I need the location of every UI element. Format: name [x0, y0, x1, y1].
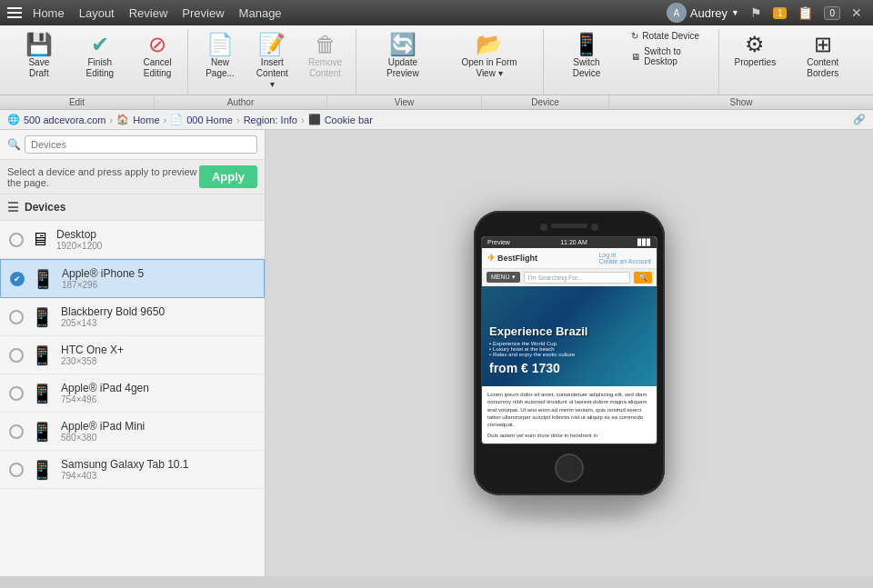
- preview-area: Preview 11:20 AM ▊▊▊ ✈ BestFlight Log in…: [266, 130, 873, 576]
- finish-editing-icon: ✔: [91, 34, 109, 55]
- menu-home[interactable]: Home: [33, 6, 65, 20]
- device-radio-ipad4[interactable]: [9, 386, 24, 401]
- save-draft-button[interactable]: 💾 Save Draft: [13, 29, 65, 84]
- rotate-device-icon: ↻: [631, 31, 638, 41]
- htc-res: 230×358: [61, 356, 124, 366]
- hero-price: from € 1730: [489, 361, 587, 375]
- bc-region[interactable]: Region: Info: [244, 115, 297, 125]
- apply-hint: Select a device and press apply to previ…: [7, 166, 199, 188]
- insert-content-button[interactable]: 📝 InsertContent ▾: [246, 29, 298, 95]
- blackberry-info: Blackberry Bold 9650 205×143: [61, 305, 165, 328]
- phone-shadow: [497, 503, 642, 522]
- menu-layout[interactable]: Layout: [79, 6, 115, 20]
- update-preview-icon: 🔄: [389, 34, 416, 55]
- remove-content-label: RemoveContent: [308, 57, 342, 79]
- open-form-view-label: Open in Form View ▾: [451, 57, 527, 79]
- finish-editing-button[interactable]: ✔ Finish Editing: [69, 29, 131, 84]
- desktop-name: Desktop: [56, 228, 102, 241]
- menu-review[interactable]: Review: [129, 6, 168, 20]
- device-item-htc[interactable]: 📱 HTC One X+ 230×358: [0, 336, 265, 374]
- device-item-blackberry[interactable]: 📱 Blackberry Bold 9650 205×143: [0, 298, 265, 336]
- ipadmini-icon: 📱: [31, 421, 54, 443]
- view-group-label: View: [327, 95, 482, 109]
- toolbar-labels-row: Edit Author View Device Show: [0, 95, 873, 109]
- new-page-icon: 📄: [206, 34, 234, 55]
- bc-page[interactable]: 000 Home: [186, 115, 233, 125]
- search-input[interactable]: [25, 135, 257, 154]
- bc-site[interactable]: 500 adcevora.com: [24, 115, 106, 125]
- site-body-text: Lorem ipsum dolor sit amet, consectetuer…: [482, 386, 657, 443]
- close-icon[interactable]: ✕: [848, 5, 866, 20]
- body-paragraph2: Duis autem vel eum iriure dolor in hendr…: [487, 432, 651, 439]
- user-badge[interactable]: A Audrey ▼: [667, 3, 739, 23]
- htc-icon: 📱: [31, 344, 54, 366]
- desktop-res: 1920×1200: [56, 241, 102, 251]
- bc-home[interactable]: Home: [133, 115, 159, 125]
- top-menu: Home Layout Review Preview Manage: [33, 6, 282, 20]
- samsung-res: 794×403: [61, 471, 189, 481]
- phone-status-bar: Preview 11:20 AM ▊▊▊: [482, 237, 657, 248]
- device-list: 🖥 Desktop 1920×1200 📱 Apple® iPhone 5 18…: [0, 221, 265, 489]
- filter-icon[interactable]: ⚑: [747, 5, 766, 20]
- toolbar-view-group: 🔄 Update Preview 📂 Open in Form View ▾: [358, 29, 543, 95]
- status-icons: ▊▊▊: [637, 239, 651, 246]
- insert-content-icon: 📝: [258, 34, 286, 55]
- cancel-editing-button[interactable]: ⊘ CancelEditing: [135, 29, 180, 84]
- device-item-desktop[interactable]: 🖥 Desktop 1920×1200: [0, 221, 265, 259]
- device-radio-samsung[interactable]: [9, 463, 24, 477]
- content-borders-button[interactable]: ⊞ Content Borders: [786, 29, 860, 84]
- filter-count: 1: [773, 7, 788, 19]
- device-side-buttons: ↻ Rotate Device 🖥 Switch to Desktop: [627, 29, 711, 68]
- show-group-label: Show: [609, 95, 873, 109]
- remove-content-button[interactable]: 🗑 RemoveContent: [302, 29, 349, 84]
- user-dropdown-icon[interactable]: ▼: [731, 8, 739, 17]
- hamburger-menu[interactable]: [7, 7, 22, 18]
- insert-content-label: InsertContent ▾: [255, 57, 290, 90]
- blackberry-res: 205×143: [61, 318, 165, 328]
- bc-cookie[interactable]: Cookie bar: [325, 115, 373, 125]
- htc-info: HTC One X+ 230×358: [61, 344, 124, 366]
- device-item-iphone5[interactable]: 📱 Apple® iPhone 5 187×296: [0, 259, 265, 298]
- samsung-name: Samsung Galaxy Tab 10.1: [61, 458, 189, 471]
- update-preview-button[interactable]: 🔄 Update Preview: [366, 29, 439, 84]
- apply-area: Select a device and press apply to previ…: [0, 160, 265, 194]
- device-item-samsung[interactable]: 📱 Samsung Galaxy Tab 10.1 794×403: [0, 451, 265, 489]
- device-item-ipadmini[interactable]: 📱 Apple® iPad Mini 580×380: [0, 413, 265, 451]
- toolbar-author-group: 📄 NewPage... 📝 InsertContent ▾ 🗑 RemoveC…: [190, 29, 356, 95]
- ipad4-info: Apple® iPad 4gen 754×496: [61, 382, 149, 404]
- apply-button[interactable]: Apply: [199, 165, 257, 188]
- bc-home-icon: 🏠: [116, 114, 129, 125]
- search-placeholder-text: I'm Searching For...: [528, 274, 583, 281]
- menu-button: MENU ▾: [487, 272, 520, 283]
- device-radio-blackberry[interactable]: [9, 310, 24, 324]
- properties-icon: ⚙: [745, 34, 765, 55]
- switch-device-button[interactable]: 📱 Switch Device: [553, 29, 621, 84]
- phone-home-button[interactable]: [555, 453, 584, 483]
- menu-preview[interactable]: Preview: [182, 6, 224, 20]
- new-page-button[interactable]: 📄 NewPage...: [197, 29, 243, 84]
- device-item-ipad4[interactable]: 📱 Apple® iPad 4gen 754×496: [0, 374, 265, 413]
- device-radio-ipadmini[interactable]: [9, 424, 24, 439]
- body-paragraph1: Lorem ipsum dolor sit amet, consectetuer…: [487, 391, 651, 429]
- switch-desktop-button[interactable]: 🖥 Switch to Desktop: [627, 45, 711, 68]
- status-label: Preview: [487, 239, 510, 245]
- htc-name: HTC One X+: [61, 344, 124, 356]
- device-radio-iphone5[interactable]: [10, 272, 25, 286]
- open-form-view-button[interactable]: 📂 Open in Form View ▾: [443, 29, 535, 84]
- toolbar-device-group: 📱 Switch Device ↻ Rotate Device 🖥 Switch…: [546, 29, 720, 95]
- bc-cookie-icon: ⬛: [308, 114, 321, 125]
- bc-sep1: ›: [110, 115, 114, 125]
- device-group-label: Device: [482, 95, 609, 109]
- rotate-device-button[interactable]: ↻ Rotate Device: [627, 29, 711, 43]
- document-icon[interactable]: 📋: [794, 5, 817, 20]
- content-borders-label: Content Borders: [794, 57, 852, 79]
- menu-manage[interactable]: Manage: [239, 6, 282, 20]
- device-radio-htc[interactable]: [9, 348, 24, 363]
- properties-button[interactable]: ⚙ Properties: [728, 29, 781, 73]
- link-icon[interactable]: 🔗: [853, 114, 866, 125]
- device-radio-desktop[interactable]: [9, 233, 24, 247]
- iphone5-icon: 📱: [32, 268, 55, 290]
- user-name: Audrey: [690, 6, 728, 20]
- left-panel: 🔍 Select a device and press apply to pre…: [0, 130, 266, 576]
- cancel-editing-label: CancelEditing: [143, 57, 171, 79]
